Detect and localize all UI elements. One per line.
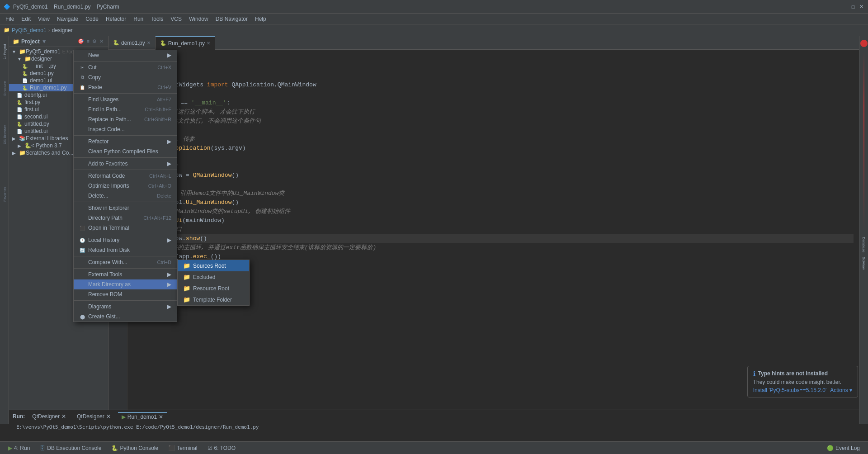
sidebar-icon-structure[interactable]: Structure bbox=[0, 75, 9, 102]
resource-root-icon: 📁 bbox=[183, 285, 190, 292]
ctx-open-terminal[interactable]: ⬛Open in Terminal bbox=[74, 223, 177, 233]
run-tab-qtdesigner2-label: QtDesigner bbox=[77, 413, 104, 420]
menu-item-tools[interactable]: Tools bbox=[147, 15, 167, 23]
ctx-refactor[interactable]: Refactor ▶ bbox=[74, 137, 177, 147]
sidebar-icon-favorites[interactable]: Favorites bbox=[0, 185, 9, 203]
ctx-find-usages-label: Find Usages bbox=[88, 96, 118, 103]
run-tab-qtdesigner1-label: QtDesigner bbox=[32, 413, 60, 420]
ctx-find-usages[interactable]: Find Usages Alt+F7 bbox=[74, 95, 177, 104]
menu-item-file[interactable]: File bbox=[2, 15, 18, 23]
menu-item-help[interactable]: Help bbox=[251, 15, 270, 23]
minimize-button[interactable]: ─ bbox=[842, 4, 848, 10]
hint-install-link[interactable]: Install 'PyQt5-stubs==5.15.2.0' bbox=[753, 387, 827, 393]
sidebar-icons: 1: Project Structure DB Browser Favorite… bbox=[0, 36, 9, 424]
bottom-event-log-label: Event Log bbox=[835, 445, 860, 451]
ctx-paste[interactable]: 📋Paste Ctrl+V bbox=[74, 82, 177, 92]
menu-item-db-navigator[interactable]: DB Navigator bbox=[212, 15, 251, 23]
bottom-run-label: 4: Run bbox=[14, 445, 30, 451]
bottom-tab-db-console[interactable]: 🗄 DB Execution Console bbox=[35, 443, 106, 453]
locate-icon[interactable]: 🎯 bbox=[77, 38, 85, 45]
tab-rundemo1py-label: Run_demo1.py bbox=[168, 40, 205, 47]
breadcrumb-folder[interactable]: designer bbox=[52, 27, 73, 33]
database-side-label[interactable]: Database bbox=[862, 237, 866, 252]
sub-ctx-sources-root[interactable]: 📁 Sources Root bbox=[178, 260, 249, 271]
ctx-sep-10 bbox=[74, 300, 177, 301]
ctx-compare-with[interactable]: Compare With... Ctrl+D bbox=[74, 257, 177, 267]
sciview-side-label[interactable]: SciView bbox=[862, 257, 866, 270]
run-tab-qtdesigner2-close[interactable]: ✕ bbox=[106, 413, 111, 420]
menu-item-navigate[interactable]: Navigate bbox=[53, 15, 82, 23]
ctx-add-favorites[interactable]: Add to Favorites ▶ bbox=[74, 159, 177, 169]
ctx-delete-label: Delete... bbox=[88, 193, 108, 199]
ctx-inspect-code[interactable]: Inspect Code... bbox=[74, 124, 177, 134]
ctx-remove-bom[interactable]: Remove BOM bbox=[74, 289, 177, 299]
ctx-replace-in-path-label: Replace in Path... bbox=[88, 116, 131, 123]
menu-item-refactor[interactable]: Refactor bbox=[102, 15, 130, 23]
menu-item-vcs[interactable]: VCS bbox=[167, 15, 185, 23]
ctx-reformat[interactable]: Reformat Code Ctrl+Alt+L bbox=[74, 171, 177, 181]
menu-item-window[interactable]: Window bbox=[185, 15, 212, 23]
code-line-1: import sys bbox=[133, 53, 854, 62]
bottom-tab-terminal[interactable]: ⬛ Terminal bbox=[164, 443, 202, 453]
tab-rundemo1py-close[interactable]: ✕ bbox=[207, 41, 210, 46]
project-dropdown-icon[interactable]: ▼ bbox=[42, 38, 47, 45]
ctx-local-history[interactable]: 🕐Local History ▶ bbox=[74, 235, 177, 245]
run-tab-qtdesigner1-close[interactable]: ✕ bbox=[61, 413, 66, 420]
ctx-diagrams[interactable]: Diagrams ▶ bbox=[74, 302, 177, 312]
ctx-dir-path-shortcut: Ctrl+Alt+F12 bbox=[143, 215, 171, 221]
settings-icon[interactable]: ⚙ bbox=[91, 38, 98, 45]
breadcrumb: 📁 PyQt5_demo1 › designer bbox=[0, 24, 868, 36]
ctx-create-gist[interactable]: ⬤Create Gist... bbox=[74, 312, 177, 322]
ctx-replace-in-path[interactable]: Replace in Path... Ctrl+Shift+R bbox=[74, 114, 177, 124]
sub-ctx-excluded[interactable]: 📁 Excluded bbox=[178, 271, 249, 283]
menubar: FileEditViewNavigateCodeRefactorRunTools… bbox=[0, 14, 868, 24]
titlebar-left: 🔷 PyQt5_demo1 – Run_demo1.py – PyCharm bbox=[4, 4, 119, 10]
code-line-4: from PyQt5.QtWidgets import QApplication… bbox=[133, 80, 854, 90]
maximize-button[interactable]: □ bbox=[850, 4, 856, 10]
hint-title: ℹ Type hints are not installed bbox=[753, 370, 852, 377]
collapse-icon[interactable]: ≡ bbox=[86, 38, 90, 45]
sub-ctx-template-folder[interactable]: 📁 Template Folder bbox=[178, 294, 249, 305]
ctx-optimize-imports[interactable]: Optimize Imports Ctrl+Alt+O bbox=[74, 181, 177, 191]
bottom-tab-python-console[interactable]: 🐍 Python Console bbox=[107, 443, 163, 453]
ctx-clean-compiled[interactable]: Clean Python Compiled Files bbox=[74, 147, 177, 156]
sidebar-icon-db-browser[interactable]: DB Browser bbox=[0, 121, 9, 148]
terminal-bottom-icon: ⬛ bbox=[168, 445, 175, 451]
sidebar-icon-project[interactable]: 1: Project bbox=[0, 38, 9, 65]
ctx-delete[interactable]: Delete... Delete bbox=[74, 191, 177, 201]
menu-item-code[interactable]: Code bbox=[82, 15, 102, 23]
ctx-reload-disk[interactable]: 🔄Reload from Disk bbox=[74, 245, 177, 255]
menu-item-run[interactable]: Run bbox=[130, 15, 147, 23]
close-panel-icon[interactable]: ✕ bbox=[99, 38, 104, 45]
hint-actions-dropdown[interactable]: Actions ▾ bbox=[830, 387, 852, 393]
tab-demo1py[interactable]: 🐍 demo1.py ✕ bbox=[108, 36, 156, 50]
tab-demo1py-close[interactable]: ✕ bbox=[147, 40, 151, 45]
ctx-cut[interactable]: ✂Cut Ctrl+X bbox=[74, 62, 177, 72]
ctx-create-gist-label: Create Gist... bbox=[88, 313, 120, 320]
breadcrumb-project[interactable]: PyQt5_demo1 bbox=[12, 27, 47, 33]
sub-ctx-resource-root[interactable]: 📁 Resource Root bbox=[178, 283, 249, 294]
ctx-external-tools[interactable]: External Tools ▶ bbox=[74, 270, 177, 279]
tab-rundemo1py[interactable]: 🐍 Run_demo1.py ✕ bbox=[156, 36, 215, 50]
bottom-tab-todo[interactable]: ☑ 6: TODO bbox=[203, 443, 241, 453]
ctx-show-explorer[interactable]: Show in Explorer bbox=[74, 203, 177, 213]
bottom-event-log[interactable]: 🟢 Event Log bbox=[822, 443, 864, 453]
designer-label: designer bbox=[31, 56, 52, 62]
run-tab-qtdesigner1[interactable]: QtDesigner ✕ bbox=[28, 412, 70, 421]
ctx-copy[interactable]: ⧉Copy bbox=[74, 72, 177, 82]
ctx-find-in-path[interactable]: Find in Path... Ctrl+Shift+F bbox=[74, 104, 177, 114]
ctx-mark-directory[interactable]: Mark Directory as ▶ bbox=[74, 279, 177, 289]
debnfg-label: debnfg.ui bbox=[24, 92, 47, 98]
close-button[interactable]: ✕ bbox=[858, 4, 864, 10]
run-tab-rundemo1-close[interactable]: ✕ bbox=[159, 414, 163, 420]
menu-item-view[interactable]: View bbox=[34, 15, 53, 23]
ctx-new[interactable]: New ▶ bbox=[74, 50, 177, 60]
run-tab-rundemo1[interactable]: ▶ Run_demo1 ✕ bbox=[118, 412, 167, 421]
ctx-directory-path[interactable]: Directory Path Ctrl+Alt+F12 bbox=[74, 213, 177, 223]
run-tab-qtdesigner2[interactable]: QtDesigner ✕ bbox=[73, 412, 114, 421]
menu-item-edit[interactable]: Edit bbox=[18, 15, 34, 23]
ctx-sep-9 bbox=[74, 268, 177, 269]
code-content[interactable]: import sys import demo1 from PyQt5.QtWid… bbox=[127, 50, 859, 414]
bottom-tab-run[interactable]: ▶ 4: Run bbox=[4, 443, 34, 453]
tab-demo1py-label: demo1.py bbox=[121, 40, 145, 46]
